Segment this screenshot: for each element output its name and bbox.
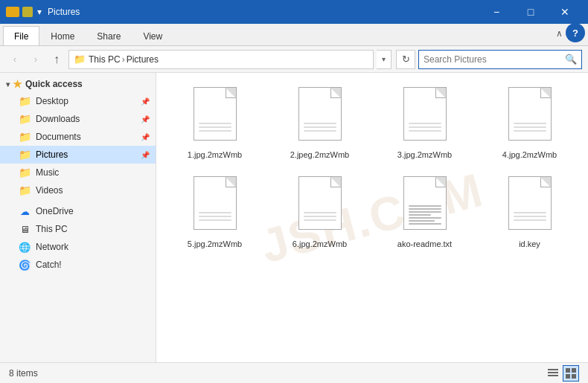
svg-rect-5 [566, 374, 570, 379]
list-view-button[interactable] [545, 365, 561, 382]
close-button[interactable]: ✕ [548, 0, 582, 24]
search-input[interactable] [424, 54, 565, 65]
line [199, 212, 231, 213]
search-icon[interactable]: 🔍 [565, 54, 577, 65]
expand-ribbon-button[interactable]: ∧ [556, 28, 563, 39]
music-label: Music [36, 167, 59, 178]
path-part-thispc: This PC [89, 54, 121, 65]
file-page-7 [508, 176, 552, 230]
sidebar-item-thispc[interactable]: 🖥 This PC [0, 220, 156, 238]
line [514, 130, 546, 132]
file-page-lines-7 [514, 212, 546, 223]
line [199, 123, 231, 124]
sidebar-item-pictures[interactable]: 📁 Pictures 📌 [0, 146, 156, 164]
file-page-fold-6 [435, 177, 446, 187]
quick-access-header[interactable]: ▾ ★ Quick access [0, 76, 156, 92]
file-page-5 [298, 176, 342, 230]
file-page-6 [403, 176, 447, 230]
window-title: Pictures [48, 7, 479, 17]
file-page-fold-2 [435, 88, 446, 98]
file-item-3[interactable]: 4.jpg.2mzWmb [480, 82, 579, 165]
line [409, 223, 441, 225]
status-bar: 8 items [0, 362, 588, 383]
thispc-label: This PC [36, 224, 68, 234]
documents-label: Documents [36, 132, 81, 142]
file-item-6[interactable]: ako-readme.txt [375, 171, 474, 254]
sidebar-item-videos[interactable]: 📁 Videos [0, 181, 156, 199]
file-item-4[interactable]: 5.jpg.2mzWmb [165, 171, 264, 254]
file-item-2[interactable]: 3.jpg.2mzWmb [375, 82, 474, 165]
path-separator: › [122, 54, 125, 65]
network-label: Network [36, 242, 68, 252]
tab-file[interactable]: File [3, 26, 39, 45]
file-page-3 [508, 87, 552, 141]
line [514, 216, 546, 217]
file-page-fold-4 [226, 177, 236, 187]
file-icon-6 [399, 176, 451, 236]
sidebar-item-documents[interactable]: 📁 Documents 📌 [0, 128, 156, 146]
file-item-1[interactable]: 2.jpeg.2mzWmb [270, 82, 369, 165]
catch-label: Catch! [36, 260, 62, 270]
file-name-3: 4.jpg.2mzWmb [502, 149, 557, 160]
sidebar-item-downloads[interactable]: 📁 Downloads 📌 [0, 110, 156, 128]
file-area: JSH.COM 1.jpg.2mzWmb [156, 73, 588, 362]
pin-indicator-2: 📌 [141, 115, 150, 123]
file-page-0 [194, 87, 237, 141]
file-icon-1 [294, 87, 346, 147]
file-name-4: 5.jpg.2mzWmb [188, 239, 242, 249]
sidebar-item-onedrive[interactable]: ☁ OneDrive [0, 202, 156, 220]
forward-button[interactable]: › [27, 51, 45, 68]
item-count: 8 items [9, 368, 38, 379]
file-icon-0 [189, 87, 241, 147]
back-button[interactable]: ‹ [6, 51, 24, 68]
minimize-button[interactable]: − [479, 0, 514, 24]
file-item-7[interactable]: id.key [480, 171, 579, 254]
file-name-1: 2.jpeg.2mzWmb [290, 149, 349, 160]
onedrive-label: OneDrive [36, 206, 74, 216]
line [409, 130, 441, 132]
address-bar: ‹ › ↑ 📁 This PC › Pictures ▾ ↻ 🔍 [0, 46, 588, 73]
file-icon-2 [399, 87, 451, 147]
catch-icon: 🌀 [18, 258, 31, 271]
pin-indicator-4: 📌 [141, 151, 150, 159]
refresh-button[interactable]: ↻ [396, 50, 415, 69]
file-page-fold-1 [330, 88, 341, 98]
line [409, 126, 441, 128]
documents-folder-icon: 📁 [18, 130, 31, 144]
up-button[interactable]: ↑ [48, 51, 65, 68]
chevron-icon: ▾ [6, 80, 10, 88]
file-item-5[interactable]: 6.jpg.2mzWmb [270, 171, 369, 254]
line [409, 211, 441, 213]
address-dropdown-button[interactable]: ▾ [377, 50, 392, 69]
tab-home[interactable]: Home [39, 26, 86, 45]
sidebar-item-network[interactable]: 🌐 Network [0, 238, 156, 256]
line [304, 130, 336, 132]
network-icon: 🌐 [18, 240, 31, 254]
onedrive-icon: ☁ [18, 205, 31, 218]
pictures-label: Pictures [36, 149, 68, 160]
file-page-lines-4 [199, 212, 231, 223]
file-icon-7 [504, 176, 556, 236]
file-name-7: id.key [519, 239, 540, 249]
file-page-lines-2 [409, 123, 441, 134]
svg-rect-6 [572, 374, 576, 379]
file-icon-4 [189, 176, 241, 236]
sidebar-item-music[interactable]: 📁 Music [0, 164, 156, 181]
tab-share[interactable]: Share [86, 26, 132, 45]
file-page-lines-0 [199, 123, 231, 134]
sidebar-item-catch[interactable]: 🌀 Catch! [0, 256, 156, 274]
sidebar-item-desktop[interactable]: 📁 Desktop 📌 [0, 92, 156, 110]
file-name-0: 1.jpg.2mzWmb [188, 149, 242, 160]
ribbon-tabs: File Home Share View ∧ ? [0, 24, 588, 46]
svg-rect-2 [548, 375, 558, 376]
file-item-0[interactable]: 1.jpg.2mzWmb [165, 82, 264, 165]
svg-rect-4 [572, 368, 576, 373]
tab-view[interactable]: View [132, 26, 173, 45]
svg-rect-1 [548, 372, 558, 373]
line [304, 216, 336, 217]
icon-view-button[interactable] [563, 365, 579, 382]
file-page-lines-5 [304, 212, 336, 223]
maximize-button[interactable]: □ [514, 0, 548, 24]
help-button[interactable]: ? [566, 23, 585, 42]
address-path[interactable]: 📁 This PC › Pictures [68, 50, 374, 69]
